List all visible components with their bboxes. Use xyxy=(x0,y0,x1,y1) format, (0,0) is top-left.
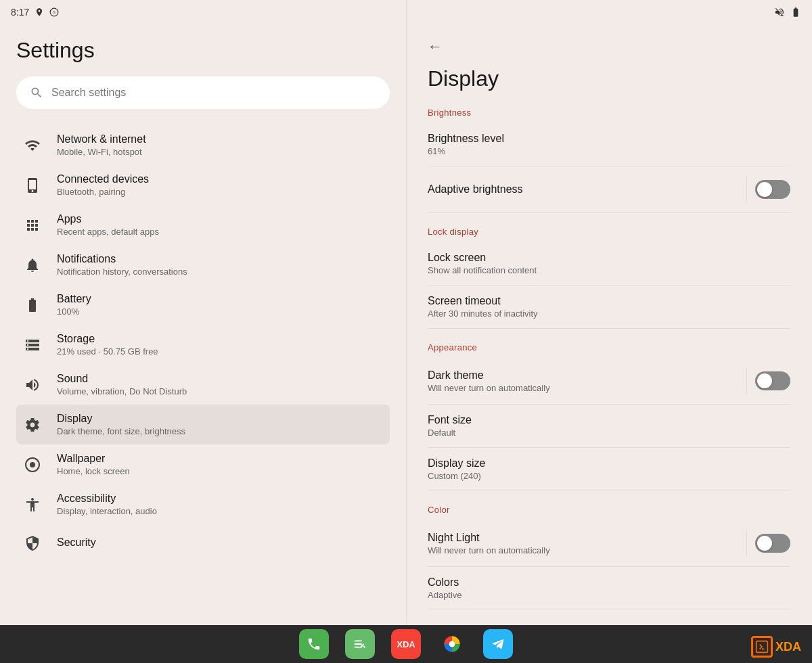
settings-list: Network & internet Mobile, Wi-Fi, hotspo… xyxy=(16,125,390,562)
wallpaper-title: Wallpaper xyxy=(57,453,130,465)
right-panel: ← Display Brightness Brightness level 61… xyxy=(406,24,812,625)
accessibility-subtitle: Display, interaction, audio xyxy=(57,506,157,516)
notifications-subtitle: Notification history, conversations xyxy=(57,267,187,277)
battery-full-icon xyxy=(22,294,43,316)
sound-text: Sound Volume, vibration, Do Not Disturb xyxy=(57,373,187,396)
storage-text: Storage 21% used · 50.75 GB free xyxy=(57,333,158,357)
mute-icon xyxy=(774,7,785,18)
notifications-title: Notifications xyxy=(57,253,187,265)
night-light-toggle[interactable] xyxy=(755,534,790,553)
search-input[interactable] xyxy=(51,87,376,99)
storage-subtitle: 21% used · 50.75 GB free xyxy=(57,346,158,357)
adaptive-brightness-title: Adaptive brightness xyxy=(428,183,523,196)
sidebar-item-apps[interactable]: Apps Recent apps, default apps xyxy=(16,205,390,245)
sound-title: Sound xyxy=(57,373,187,385)
display-size-title: Display size xyxy=(428,457,485,470)
adaptive-brightness-toggle[interactable] xyxy=(755,180,790,199)
security-text: Security xyxy=(57,536,96,550)
storage-title: Storage xyxy=(57,333,158,345)
notes-app-button[interactable] xyxy=(345,629,375,659)
network-title: Network & internet xyxy=(57,133,146,145)
data-saver-icon: S xyxy=(49,7,59,17)
apps-subtitle: Recent apps, default apps xyxy=(57,227,159,237)
night-light-title: Night Light xyxy=(428,532,550,544)
night-light-toggle-container xyxy=(746,530,790,557)
display-text: Display Dark theme, font size, brightnes… xyxy=(57,413,185,436)
display-icon xyxy=(22,414,43,436)
lock-display-section-header: Lock display xyxy=(428,227,790,237)
brightness-section-header: Brightness xyxy=(428,108,790,118)
sound-icon xyxy=(22,374,43,396)
night-light-subtitle: Will never turn on automatically xyxy=(428,545,550,555)
accessibility-text: Accessibility Display, interaction, audi… xyxy=(57,493,157,516)
phone-app-button[interactable] xyxy=(299,629,329,659)
dark-theme-toggle-container xyxy=(746,367,790,394)
sidebar-item-network[interactable]: Network & internet Mobile, Wi-Fi, hotspo… xyxy=(16,125,390,165)
wallpaper-text: Wallpaper Home, lock screen xyxy=(57,453,130,476)
dark-theme-item[interactable]: Dark theme Will never turn on automatica… xyxy=(428,358,790,405)
font-size-title: Font size xyxy=(428,414,472,426)
wifi-icon xyxy=(22,135,43,156)
display-size-subtitle: Custom (240) xyxy=(428,471,485,481)
svg-point-3 xyxy=(30,462,35,467)
display-page-title: Display xyxy=(428,66,790,91)
accessibility-icon xyxy=(22,494,43,516)
network-subtitle: Mobile, Wi-Fi, hotspot xyxy=(57,147,146,157)
location-icon xyxy=(35,7,44,17)
screen-timeout-title: Screen timeout xyxy=(428,295,538,307)
dark-theme-subtitle: Will never turn on automatically xyxy=(428,383,550,393)
display-size-item[interactable]: Display size Custom (240) xyxy=(428,448,790,491)
sidebar-item-notifications[interactable]: Notifications Notification history, conv… xyxy=(16,245,390,285)
xda-app-button[interactable]: XDA xyxy=(391,629,421,659)
svg-text:S: S xyxy=(53,10,55,14)
apps-text: Apps Recent apps, default apps xyxy=(57,213,159,237)
sidebar-item-display[interactable]: Display Dark theme, font size, brightnes… xyxy=(16,405,390,444)
wallpaper-subtitle: Home, lock screen xyxy=(57,466,130,476)
notifications-text: Notifications Notification history, conv… xyxy=(57,253,187,277)
chrome-app-button[interactable] xyxy=(437,629,467,659)
wallpaper-icon xyxy=(22,454,43,476)
colors-subtitle: Adaptive xyxy=(428,590,462,600)
bottom-bar: XDA XDA xyxy=(0,625,812,663)
colors-title: Colors xyxy=(428,576,462,589)
sidebar-item-accessibility[interactable]: Accessibility Display, interaction, audi… xyxy=(16,484,390,524)
dark-theme-toggle[interactable] xyxy=(755,371,790,390)
lock-screen-title: Lock screen xyxy=(428,252,537,264)
security-icon xyxy=(22,532,43,554)
bell-icon xyxy=(22,254,43,276)
status-right xyxy=(774,7,801,18)
security-title: Security xyxy=(57,536,96,549)
font-size-item[interactable]: Font size Default xyxy=(428,405,790,448)
screen-timeout-subtitle: After 30 minutes of inactivity xyxy=(428,308,538,319)
display-item-title: Display xyxy=(57,413,185,425)
sidebar-item-sound[interactable]: Sound Volume, vibration, Do Not Disturb xyxy=(16,365,390,405)
sidebar-item-security[interactable]: Security xyxy=(16,524,390,562)
left-panel: Settings Network & internet Mobile, Wi-F… xyxy=(0,24,406,625)
night-light-item[interactable]: Night Light Will never turn on automatic… xyxy=(428,520,790,567)
lock-screen-subtitle: Show all notification content xyxy=(428,265,537,275)
sidebar-item-wallpaper[interactable]: Wallpaper Home, lock screen xyxy=(16,444,390,484)
brightness-level-subtitle: 61% xyxy=(428,146,504,156)
sound-subtitle: Volume, vibration, Do Not Disturb xyxy=(57,386,187,396)
back-button[interactable]: ← xyxy=(428,38,443,55)
apps-title: Apps xyxy=(57,213,159,225)
appearance-section-header: Appearance xyxy=(428,342,790,352)
telegram-app-button[interactable] xyxy=(483,629,513,659)
adaptive-brightness-item[interactable]: Adaptive brightness xyxy=(428,166,790,213)
xda-logo: XDA xyxy=(751,636,801,658)
screen-timeout-item[interactable]: Screen timeout After 30 minutes of inact… xyxy=(428,285,790,329)
sidebar-item-battery[interactable]: Battery 100% xyxy=(16,285,390,325)
apps-icon xyxy=(22,214,43,236)
search-box[interactable] xyxy=(16,76,390,109)
sidebar-item-connected[interactable]: Connected devices Bluetooth, pairing xyxy=(16,165,390,205)
dark-theme-title: Dark theme xyxy=(428,369,550,382)
lock-screen-item[interactable]: Lock screen Show all notification conten… xyxy=(428,242,790,285)
connected-icon xyxy=(22,175,43,196)
status-bar: 8:17 S xyxy=(0,0,812,24)
colors-item[interactable]: Colors Adaptive xyxy=(428,567,790,610)
battery-title: Battery xyxy=(57,293,91,305)
sidebar-item-storage[interactable]: Storage 21% used · 50.75 GB free xyxy=(16,325,390,365)
connected-subtitle: Bluetooth, pairing xyxy=(57,187,149,197)
brightness-level-item[interactable]: Brightness level 61% xyxy=(428,123,790,166)
font-size-subtitle: Default xyxy=(428,428,472,438)
